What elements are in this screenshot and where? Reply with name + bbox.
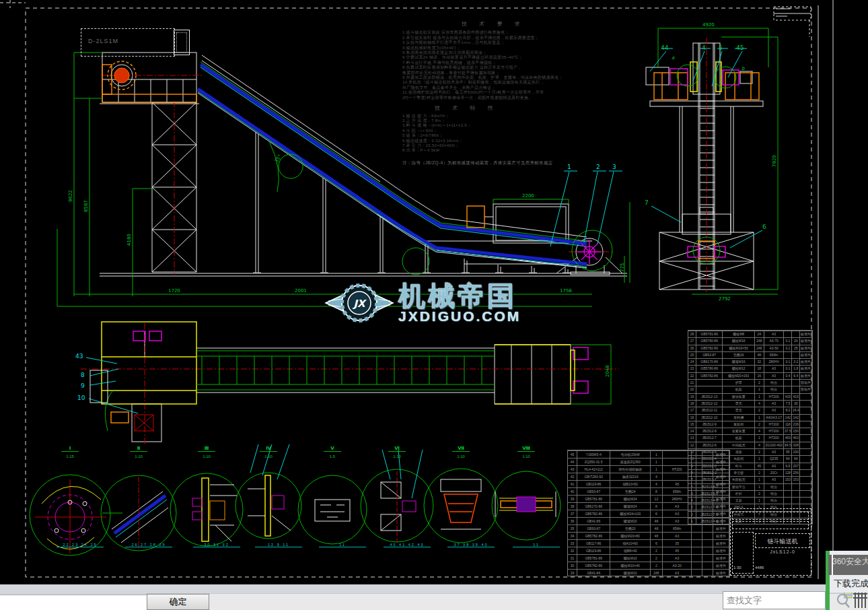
bom-row: 12JB1512-6中间机壳4ZG200-40084.5338: [688, 442, 812, 448]
bom-row: 17JB1512-11罩壳2A38.216.4: [688, 407, 812, 413]
bom-cell: 245: [651, 570, 663, 576]
bom-cell: 尾轮组: [723, 421, 754, 428]
popup-app-name: 360安全大: [832, 556, 868, 568]
bom-cell: A3: [764, 477, 785, 483]
bom-cell: GB6170-86: [696, 359, 723, 365]
bom-cell: 标准件: [713, 533, 729, 539]
bom-cell: GB5780-86: [696, 366, 723, 372]
bom-cell: 1: [651, 466, 663, 473]
title-block: 链斗输送机 JxLS12-0 1:30 4486: [730, 508, 811, 576]
detail-number: Ⅴ: [324, 446, 341, 452]
note-line: 8.功 率：P＝4.5kW: [402, 148, 645, 153]
bom-cell: 18: [688, 401, 696, 407]
bom-cell: 32: [568, 547, 577, 554]
bom-cell: [792, 484, 800, 490]
bom-cell: 电动机15kW: [610, 451, 651, 458]
note-line: 8.负载试车时应逐渐加料至额定输送能力 运转正常后方可投产，: [402, 65, 645, 70]
ok-button[interactable]: 确定: [147, 594, 209, 610]
bom-cell: 118: [784, 421, 792, 428]
bom-cell: 标准件: [713, 466, 729, 473]
bom-cell: GB5782-86: [577, 533, 611, 539]
bom-cell: 415: [784, 394, 792, 400]
bom-cell: 垫圈24: [610, 488, 651, 495]
bom-cell: [692, 466, 702, 473]
bom-cell: A3: [663, 570, 692, 576]
bom-cell: 减速器ZQ350: [610, 459, 651, 465]
bom-cell: 23: [688, 366, 696, 372]
bom-cell: GB119-86: [577, 547, 611, 554]
bom-cell: 64: [792, 456, 800, 462]
find-text-input[interactable]: [723, 591, 826, 609]
bom-cell: 部装件: [800, 380, 812, 386]
label-a: a: [672, 55, 675, 61]
bom-cell: 螺栓M24×100: [610, 510, 651, 517]
bom-row: 26GB5782-86螺栓M16×50246A3-500.125标准件: [688, 345, 812, 351]
bom-cell: 4: [755, 442, 764, 448]
bom-cell: [702, 540, 713, 547]
bom-cell: 标准件: [713, 518, 729, 524]
bom-cell: 垫圈20: [610, 525, 651, 532]
bom-cell: 25: [688, 352, 696, 358]
bom-cell: 驱动装置: [723, 394, 754, 400]
bom-cell: [792, 498, 800, 504]
bom-cell: 30: [792, 401, 800, 407]
bom-cell: ZQ350-31.5: [577, 459, 611, 465]
bom-cell: [800, 498, 812, 504]
bom-cell: JB1512-8: [696, 428, 723, 434]
popup-status[interactable]: 下载完成: [834, 578, 868, 590]
bom-cell: 3.2: [792, 359, 800, 365]
bom-cell: [692, 496, 702, 502]
bom-row: 44ZQ350-31.5减速器ZQ3501标准件: [568, 458, 729, 465]
bom-cell: 组合: [764, 498, 785, 504]
bom-cell: 标准件: [713, 540, 729, 547]
detail-scale: 1:15: [61, 454, 79, 459]
bom-cell: HT200: [764, 428, 785, 434]
bom-row: 40GB93-87垫圈24865Mn标准件: [568, 487, 729, 495]
label-b: b: [742, 66, 745, 71]
drawing-weight: 4486: [755, 566, 764, 570]
bom-cell: 16: [755, 373, 764, 379]
bom-cell: [692, 510, 702, 517]
bom-cell: 组合: [764, 386, 785, 393]
bom-cell: A3: [764, 449, 785, 455]
sheet-zone-label: D-2LS1M: [88, 38, 118, 44]
bom-cell: 25: [792, 345, 800, 351]
bom-cell: 2: [651, 555, 663, 562]
bom-cell: [800, 428, 812, 434]
bom-cell: 螺母M16: [723, 359, 754, 365]
dim-side-right: 7920: [772, 155, 777, 167]
bom-cell: 280HV: [663, 496, 692, 502]
bom-cell: 142: [792, 415, 800, 421]
bom-cell: 组合: [764, 491, 785, 497]
bom-cell: 6.4: [792, 373, 800, 379]
bom-cell: [800, 456, 812, 462]
bom-cell: 标准件: [800, 366, 812, 372]
bom-cell: A3: [663, 533, 692, 539]
bom-cell: 12: [688, 442, 696, 448]
bom-cell: 螺母M20: [610, 518, 651, 524]
bom-cell: Y160M3-4: [577, 451, 611, 458]
watermark-logo: JX: [324, 281, 394, 325]
bom-cell: 1: [755, 456, 764, 462]
detail-part-callouts: 11: [319, 543, 366, 547]
note-line: 3.料 斗 规 格：(b×h)＝1×11×13.5；: [402, 123, 645, 128]
bom-cell: [800, 394, 812, 400]
bom-cell: 标准件: [800, 345, 812, 351]
bom-cell: [692, 525, 702, 532]
detail-part-callouts: 30 31 32: [193, 543, 240, 547]
command-input[interactable]: [0, 595, 150, 610]
download-popup[interactable]: 360安全大 下载完成: [826, 551, 868, 610]
bom-cell: 65Mn: [663, 488, 692, 495]
bom-cell: 螺栓M12: [723, 366, 754, 372]
bom-cell: 标准件: [713, 503, 729, 510]
bom-cell: [800, 477, 812, 483]
bom-cell: [692, 473, 702, 480]
bom-cell: A3: [764, 331, 785, 337]
bom-cell: 29: [568, 570, 577, 576]
detail-part-callouts: 22 23 24 25: [57, 543, 104, 547]
dim-front-h3: 4180: [126, 234, 132, 246]
note-line: (约一个季度)对全部零件检修保养一次，易损件视磨损情况及时更换。: [402, 96, 645, 100]
bom-cell: [784, 484, 792, 490]
bom-cell: 标准件: [800, 331, 812, 337]
detail-scale: 1:10: [388, 454, 406, 459]
